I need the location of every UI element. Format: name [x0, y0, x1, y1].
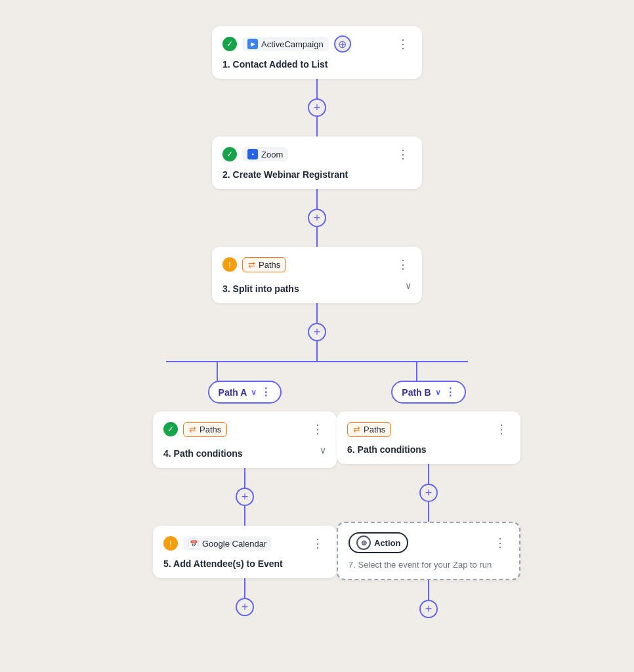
action-icon: ⊕: [356, 536, 371, 550]
google-calendar-icon: 📅: [188, 538, 199, 549]
path-b-chevron-icon: ∨: [435, 388, 441, 397]
step-4-chevron[interactable]: ∨: [320, 445, 326, 455]
step-1-app-badge: ▶ ActiveCampaign: [242, 37, 329, 51]
step-7-card: ⊕ Action ⋮ 7. Select the event for your …: [337, 522, 520, 580]
path-a-chevron-icon: ∨: [251, 388, 257, 397]
paths-icon-6: ⇄: [353, 425, 360, 434]
step-1-more-button[interactable]: ⋮: [394, 35, 412, 52]
step-1-add-button[interactable]: ⊕: [334, 35, 351, 52]
step-3-app-badge: ⇄ Paths: [242, 257, 286, 272]
add-step-1-button[interactable]: +: [308, 98, 326, 117]
path-b-more-icon: ⋮: [445, 386, 455, 398]
add-step-7-button[interactable]: +: [419, 600, 438, 618]
step-7-action-badge: ⊕ Action: [349, 532, 408, 553]
step-1-status-icon: ✓: [222, 37, 237, 51]
step-3-card: ! ⇄ Paths ⋮ 3. Split into paths ∨: [212, 247, 422, 303]
step-2-status-icon: ✓: [222, 147, 237, 161]
step-5-more-button[interactable]: ⋮: [309, 535, 326, 552]
connector-2: +: [308, 189, 326, 247]
step-3-more-button[interactable]: ⋮: [394, 256, 412, 273]
path-a-more-icon: ⋮: [261, 386, 271, 398]
step-5-card: ! 📅 Google Calendar ⋮ 5. Add Attendee(s)…: [153, 526, 337, 578]
step-6-card: ⇄ Paths ⋮ 6. Path conditions: [337, 411, 520, 464]
add-step-6-button[interactable]: +: [419, 484, 438, 502]
step-4-card: ✓ ⇄ Paths ⋮ 4. Path conditions: [153, 411, 337, 468]
add-step-2-button[interactable]: +: [308, 209, 326, 227]
step-3-chevron[interactable]: ∨: [405, 280, 412, 291]
path-b-label[interactable]: Path B ∨ ⋮: [391, 381, 465, 404]
zoom-icon: ▪: [247, 149, 258, 159]
connector-6: +: [419, 464, 438, 522]
step-6-app-badge: ⇄ Paths: [347, 422, 391, 437]
path-b-column: Path B ∨ ⋮ ⇄ Paths ⋮: [337, 381, 520, 618]
path-a-label[interactable]: Path A ∨ ⋮: [208, 381, 282, 404]
paths-row: Path A ∨ ⋮ ✓ ⇄ Paths: [153, 381, 481, 618]
step-5-app-badge: 📅 Google Calendar: [183, 536, 272, 551]
step-3-status-icon: !: [222, 257, 237, 272]
step-5-title: 5. Add Attendee(s) to Event: [163, 558, 326, 569]
step-4-title: 4. Path conditions: [163, 448, 243, 459]
add-step-5-button[interactable]: +: [236, 598, 254, 616]
step-1-title: 1. Contact Added to List: [222, 59, 412, 70]
step-3-title: 3. Split into paths: [222, 284, 299, 294]
connector-1: +: [308, 79, 326, 136]
step-2-title: 2. Create Webinar Registrant: [222, 169, 412, 180]
connector-5-bottom: +: [236, 578, 254, 616]
step-6-more-button[interactable]: ⋮: [493, 421, 510, 438]
paths-icon-3: ⇄: [248, 260, 255, 270]
step-5-status-icon: !: [163, 536, 178, 551]
step-2-more-button[interactable]: ⋮: [394, 146, 412, 163]
step-2-card: ✓ ▪ Zoom ⋮ 2. Create Webinar Registrant: [212, 136, 422, 189]
add-step-3-button[interactable]: +: [308, 323, 326, 341]
step-7-title: 7. Select the event for your Zap to run: [349, 560, 509, 570]
add-step-4-button[interactable]: +: [236, 488, 254, 506]
path-a-column: Path A ∨ ⋮ ✓ ⇄ Paths: [153, 381, 337, 616]
connector-7-bottom: +: [419, 580, 438, 618]
connector-3: +: [308, 303, 326, 361]
step-4-more-button[interactable]: ⋮: [309, 421, 326, 438]
workflow-canvas: ✓ ▶ ActiveCampaign ⊕ ⋮ 1. Contact Added …: [0, 0, 634, 672]
step-2-app-badge: ▪ Zoom: [242, 147, 288, 161]
paths-icon-4: ⇄: [189, 425, 196, 434]
step-4-status-icon: ✓: [163, 422, 178, 436]
activecampaign-icon: ▶: [247, 39, 258, 49]
step-6-title: 6. Path conditions: [347, 444, 510, 455]
step-4-app-badge: ⇄ Paths: [183, 422, 227, 437]
step-7-more-button[interactable]: ⋮: [492, 534, 509, 551]
connector-4: +: [236, 468, 254, 526]
step-1-card: ✓ ▶ ActiveCampaign ⊕ ⋮ 1. Contact Added …: [212, 26, 422, 79]
